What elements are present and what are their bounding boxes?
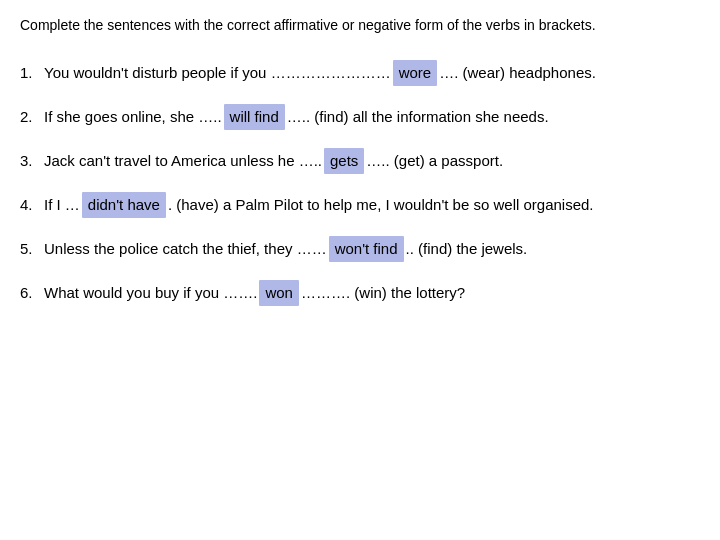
list-item: What would you buy if you …….won………. (wi… — [20, 280, 700, 306]
sentence-3: Jack can't travel to America unless he …… — [44, 148, 503, 174]
list-item: If I …didn't have. (have) a Palm Pilot t… — [20, 192, 700, 218]
sentence-1: You wouldn't disturb people if you ……………… — [44, 60, 596, 86]
sentence-5: Unless the police catch the thief, they … — [44, 236, 527, 262]
highlight-2: will find — [224, 104, 285, 130]
sentence-2: If she goes online, she …..will find….. … — [44, 104, 549, 130]
highlight-3: gets — [324, 148, 364, 174]
list-item: If she goes online, she …..will find….. … — [20, 104, 700, 130]
list-item: You wouldn't disturb people if you ……………… — [20, 60, 700, 86]
list-item: Unless the police catch the thief, they … — [20, 236, 700, 262]
highlight-6: won — [259, 280, 299, 306]
list-item: Jack can't travel to America unless he …… — [20, 148, 700, 174]
highlight-4: didn't have — [82, 192, 166, 218]
sentence-4: If I …didn't have. (have) a Palm Pilot t… — [44, 192, 594, 218]
sentence-6: What would you buy if you …….won………. (wi… — [44, 280, 465, 306]
highlight-5: won't find — [329, 236, 404, 262]
sentences-list: You wouldn't disturb people if you ……………… — [20, 60, 700, 306]
highlight-1: wore — [393, 60, 438, 86]
instructions-text: Complete the sentences with the correct … — [20, 16, 700, 36]
